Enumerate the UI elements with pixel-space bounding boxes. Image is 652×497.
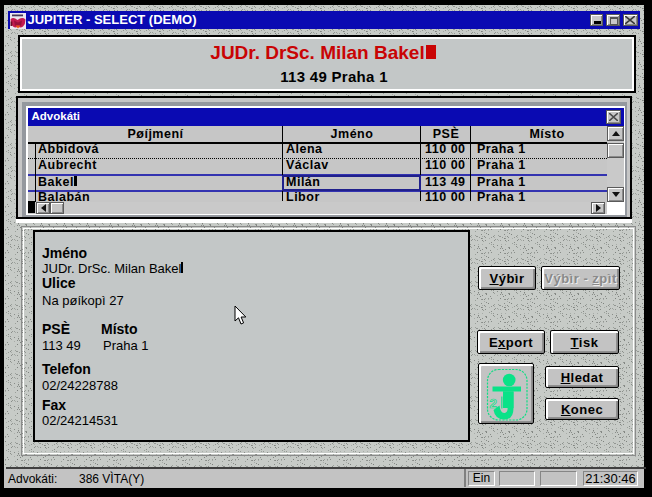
svg-text:2: 2 [490, 396, 498, 411]
